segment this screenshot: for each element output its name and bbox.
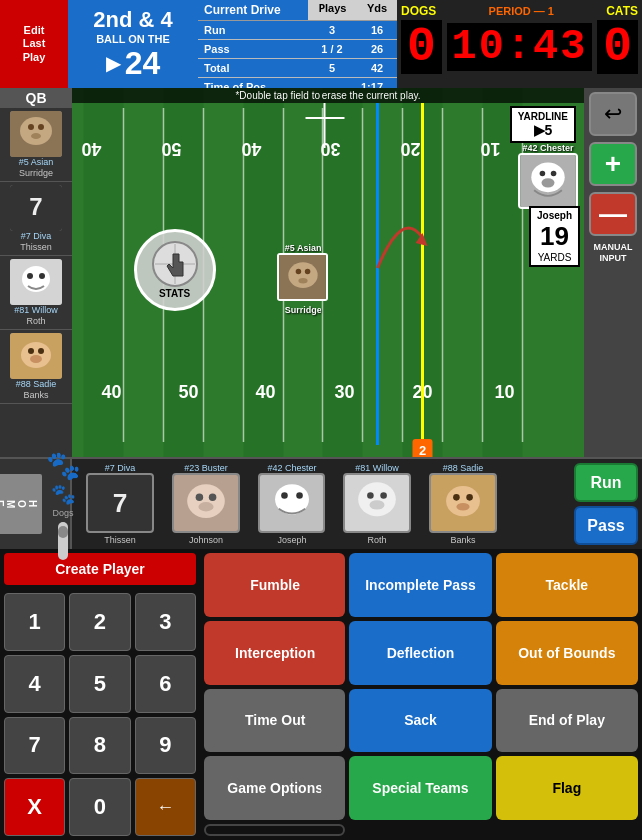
- qb-player-card-0[interactable]: #5 Asian Surridge: [0, 108, 72, 182]
- player-name-0: Surridge: [19, 168, 53, 178]
- flag-button[interactable]: Flag: [496, 756, 638, 820]
- drive-row-run: Run 3 16: [198, 21, 397, 40]
- run-pass-area: Run Pass: [570, 459, 642, 549]
- pass-button[interactable]: Pass: [574, 506, 638, 545]
- drive-plays-header: Plays: [308, 0, 357, 20]
- numpad-grid: 1 2 3 4 5 6 7 8 9 X 0 ←: [4, 593, 196, 836]
- qb-player-card-1[interactable]: 7 #7 Diva Thissen: [0, 182, 72, 256]
- score-left: 0: [401, 20, 442, 74]
- svg-point-58: [551, 171, 557, 177]
- period-label: PERIOD — 1: [489, 5, 554, 17]
- numpad-6[interactable]: 6: [135, 655, 196, 713]
- svg-point-63: [305, 269, 311, 275]
- player-photo-3: [10, 333, 62, 379]
- deflection-button[interactable]: Deflection: [349, 621, 491, 685]
- undo-icon: ↩: [604, 101, 622, 127]
- svg-text:40: 40: [102, 382, 122, 402]
- numpad-9[interactable]: 9: [135, 717, 196, 775]
- numpad-cancel[interactable]: X: [4, 778, 65, 836]
- numpad-0[interactable]: 0: [69, 778, 130, 836]
- roster-num-1: #23 Buster: [184, 463, 228, 473]
- arrow-icon: ▶: [106, 51, 121, 75]
- svg-point-3: [38, 124, 44, 130]
- svg-point-13: [28, 348, 34, 354]
- stats-icon[interactable]: STATS: [134, 229, 216, 311]
- roster-player-1[interactable]: #23 Buster Johnson: [166, 463, 246, 545]
- roster-num-0: #7 Diva: [105, 463, 136, 473]
- svg-point-56: [531, 162, 564, 192]
- player-number-0: #5 Asian: [19, 157, 54, 167]
- out-of-bounds-button[interactable]: Out of Bounds: [496, 621, 638, 685]
- drive-yds-header: Yds: [357, 0, 397, 20]
- player-name-1: Thissen: [20, 242, 52, 252]
- roster-player-2[interactable]: #42 Chester Joseph: [252, 463, 331, 545]
- svg-point-85: [446, 486, 480, 516]
- svg-text:40: 40: [256, 382, 276, 402]
- manual-input-label: MANUALINPUT: [594, 242, 633, 264]
- roster-name-0: Thissen: [104, 535, 136, 545]
- player-name-3: Banks: [23, 390, 48, 400]
- undo-button[interactable]: ↩: [589, 92, 637, 136]
- special-teams-button[interactable]: Special Teams: [349, 756, 491, 820]
- svg-text:10: 10: [495, 382, 515, 402]
- game-clock: 10:43: [447, 23, 591, 71]
- numpad-4[interactable]: 4: [4, 655, 65, 713]
- tackle-button[interactable]: Tackle: [496, 553, 638, 617]
- yardline-value: ▶5: [518, 122, 568, 138]
- svg-point-14: [38, 348, 44, 354]
- yards-label: YARDS: [537, 252, 572, 263]
- run-button[interactable]: Run: [574, 463, 638, 502]
- svg-text:2: 2: [419, 443, 426, 457]
- sack-button[interactable]: Sack: [349, 689, 491, 753]
- roster-name-3: Roth: [367, 535, 386, 545]
- fumble-button[interactable]: Fumble: [204, 553, 345, 617]
- roster-player-0[interactable]: #7 Diva 7 Thissen: [80, 463, 160, 545]
- numpad-backspace[interactable]: ←: [135, 778, 196, 836]
- play-buttons-grid: Fumble Incomplete Pass Tackle Intercepti…: [200, 549, 642, 840]
- numpad-2[interactable]: 2: [69, 593, 130, 651]
- svg-point-64: [299, 278, 308, 284]
- numpad-5[interactable]: 5: [69, 655, 130, 713]
- player-on-field: #5 Asian Surridge: [277, 243, 328, 315]
- qb-player-card-2[interactable]: #81 Willow Roth: [0, 256, 72, 330]
- game-options-button[interactable]: Game Options: [204, 756, 345, 820]
- roster-player-3[interactable]: #81 Willow Roth: [337, 463, 417, 545]
- svg-text:50: 50: [179, 382, 199, 402]
- interception-button[interactable]: Interception: [204, 621, 345, 685]
- roster-num-3: #81 Willow: [355, 463, 399, 473]
- numpad-7[interactable]: 7: [4, 717, 65, 775]
- plus-icon: +: [605, 148, 621, 180]
- numpad-1[interactable]: 1: [4, 593, 65, 651]
- svg-point-15: [30, 355, 42, 363]
- incomplete-pass-button[interactable]: Incomplete Pass: [349, 553, 491, 617]
- roster-player-4[interactable]: #88 Sadie Banks: [423, 463, 503, 545]
- svg-text:50: 50: [161, 139, 181, 159]
- numpad-3[interactable]: 3: [135, 593, 196, 651]
- timeout-button[interactable]: Time Out: [204, 689, 345, 753]
- drive-title: Current Drive: [198, 0, 308, 20]
- roster-bar: HOME 🐾 🐾 Dogs #7 Diva 7 This: [0, 457, 642, 549]
- qb-player-card-3[interactable]: #88 Sadie Banks: [0, 330, 72, 404]
- player-number-3: #88 Sadie: [16, 379, 57, 389]
- drive-row-total: Total 5 42: [198, 59, 397, 78]
- score-right: 0: [597, 20, 638, 74]
- plus-button[interactable]: +: [589, 142, 637, 186]
- svg-text:40: 40: [241, 139, 261, 159]
- action-area: Create Player 1 2 3 4 5 6 7 8 9 X 0 ← Fu…: [0, 549, 642, 840]
- edit-label: EditLastPlay: [23, 24, 46, 64]
- roster-name-2: Joseph: [277, 535, 306, 545]
- minus-button[interactable]: —: [589, 192, 637, 236]
- football-field[interactable]: *Double tap field to erase the current p…: [72, 88, 584, 457]
- yardline-player: #42 Chester: [518, 143, 578, 213]
- edit-last-play-button[interactable]: EditLastPlay: [0, 0, 68, 88]
- end-of-play-button[interactable]: End of Play: [496, 689, 638, 753]
- score-bottom-bar: 0 10:43 0: [401, 20, 638, 74]
- numpad-8[interactable]: 8: [69, 717, 130, 775]
- player-number-2: #81 Willow: [14, 305, 58, 315]
- roster-photo-0: 7: [86, 473, 154, 533]
- roster-photo-3: [343, 473, 411, 533]
- roster-num-2: #42 Chester: [267, 463, 316, 473]
- qb-sidebar: QB #5 Asian Surridge 7 #7 Diva Thissen #…: [0, 88, 72, 457]
- create-player-button[interactable]: Create Player: [4, 553, 196, 585]
- team-icon-area[interactable]: HOME 🐾 🐾 Dogs: [0, 459, 72, 549]
